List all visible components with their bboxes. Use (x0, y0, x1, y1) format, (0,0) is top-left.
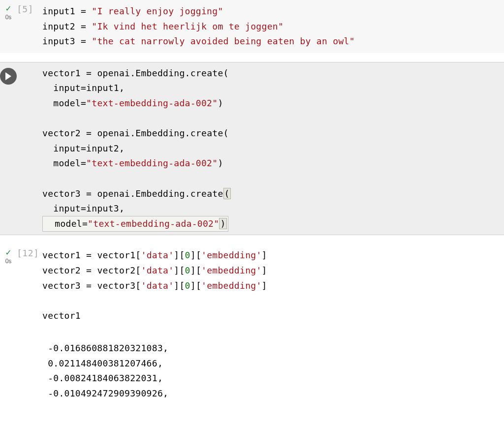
notebook: ✓ 0s [5] input1 = "I really enjoy joggin… (0, 0, 504, 405)
bracket: [ (135, 265, 141, 275)
bracket: ][ (174, 250, 185, 260)
output-line: -0.00824184063822031, (48, 373, 163, 383)
number: 0 (185, 250, 190, 260)
variable: vector2 (42, 128, 81, 138)
variable: vector3 (97, 280, 135, 291)
variable: input3 (86, 203, 119, 213)
bracket: ][ (190, 280, 201, 291)
variable: input1 (42, 6, 75, 16)
exec-time: 0s (0, 258, 17, 265)
variable: input2 (86, 143, 119, 153)
operator: = (81, 68, 97, 78)
variable: vector1 (97, 250, 135, 260)
number: 0 (185, 280, 190, 291)
variable: vector2 (42, 265, 81, 275)
bracket: ][ (190, 265, 201, 275)
cell-gutter (0, 337, 17, 405)
operator: = (75, 21, 92, 31)
string-literal: "I really enjoy jogging" (92, 6, 223, 16)
bracket: [ (135, 250, 141, 260)
exec-count (17, 337, 40, 405)
code-cell-active[interactable]: vector1 = openai.Embedding.create( input… (0, 62, 504, 236)
code-editor[interactable]: vector1 = openai.Embedding.create( input… (40, 62, 504, 236)
code-cell[interactable]: ✓ 0s [12] vector1 = vector1['data'][0]['… (0, 244, 504, 327)
paren-open: ( (223, 128, 229, 138)
comma: , (119, 143, 125, 153)
bracket: [ (135, 280, 141, 291)
string-literal: "text-embedding-ada-002" (86, 98, 218, 108)
comma: , (119, 83, 125, 93)
cell-gutter (0, 62, 17, 236)
call: openai.Embedding.create (97, 188, 223, 199)
output-text: -0.016860881820321083, 0.021148400381207… (40, 337, 504, 405)
string-literal: 'data' (141, 250, 174, 260)
variable: input2 (42, 21, 75, 31)
call: openai.Embedding.create (97, 68, 223, 78)
current-line-highlight: model="text-embedding-ada-002") (42, 216, 228, 232)
bracket: ][ (174, 280, 185, 291)
check-icon: ✓ (0, 248, 17, 257)
string-literal: "text-embedding-ada-002" (88, 218, 219, 229)
bracket: ] (262, 250, 267, 260)
operator: = (81, 265, 97, 275)
code-editor[interactable]: input1 = "I really enjoy jogging" input2… (40, 0, 504, 53)
exec-time: 0s (0, 14, 17, 21)
paren-close: ) (218, 98, 223, 108)
variable: vector1 (42, 310, 81, 321)
paren-open-highlight: ( (223, 188, 231, 199)
variable: vector3 (42, 280, 81, 291)
paren-open: ( (223, 68, 229, 78)
keyword-arg: model= (53, 158, 86, 168)
string-literal: "text-embedding-ada-002" (86, 158, 218, 168)
output-area: -0.016860881820321083, 0.021148400381207… (0, 337, 504, 405)
keyword-arg: input= (53, 83, 86, 93)
check-icon: ✓ (0, 4, 17, 13)
operator: = (81, 280, 97, 291)
keyword-arg: input= (53, 143, 86, 153)
variable: vector2 (97, 265, 135, 275)
operator: = (75, 36, 92, 46)
keyword-arg: model= (55, 218, 88, 229)
code-editor[interactable]: vector1 = vector1['data'][0]['embedding'… (40, 244, 504, 327)
bracket: ][ (174, 265, 185, 275)
code-cell[interactable]: ✓ 0s [5] input1 = "I really enjoy joggin… (0, 0, 504, 53)
variable: vector3 (42, 188, 81, 199)
play-icon (5, 72, 12, 80)
string-literal: 'data' (141, 280, 174, 291)
keyword-arg: model= (53, 98, 86, 108)
exec-count: [12] (17, 244, 40, 327)
output-line: -0.010492472909390926, (48, 388, 168, 398)
exec-count: [5] (17, 0, 40, 53)
variable: vector1 (42, 250, 81, 260)
keyword-arg: input= (53, 203, 86, 213)
string-literal: "the cat narrowly avoided being eaten by… (92, 36, 355, 46)
output-line: 0.021148400381207466, (48, 358, 163, 368)
comma: , (119, 203, 125, 213)
operator: = (81, 128, 97, 138)
cell-gutter: ✓ 0s (0, 244, 17, 327)
variable: input3 (42, 36, 75, 46)
call: openai.Embedding.create (97, 128, 223, 138)
string-literal: "Ik vind het heerlijk om te joggen" (92, 21, 284, 31)
variable: input1 (86, 83, 119, 93)
string-literal: 'embedding' (201, 250, 262, 260)
number: 0 (185, 265, 190, 275)
string-literal: 'embedding' (201, 265, 262, 275)
exec-count (17, 62, 40, 236)
paren-close-highlight: ) (219, 218, 226, 229)
bracket: ][ (190, 250, 201, 260)
operator: = (81, 188, 97, 199)
variable: vector1 (42, 68, 81, 78)
operator: = (81, 250, 97, 260)
bracket: ] (262, 280, 267, 291)
cell-gutter: ✓ 0s (0, 0, 17, 53)
string-literal: 'embedding' (201, 280, 262, 291)
output-line: -0.016860881820321083, (48, 343, 168, 353)
operator: = (75, 6, 92, 16)
string-literal: 'data' (141, 265, 174, 275)
paren-close: ) (218, 158, 223, 168)
run-button[interactable] (0, 68, 17, 85)
bracket: ] (262, 265, 267, 275)
